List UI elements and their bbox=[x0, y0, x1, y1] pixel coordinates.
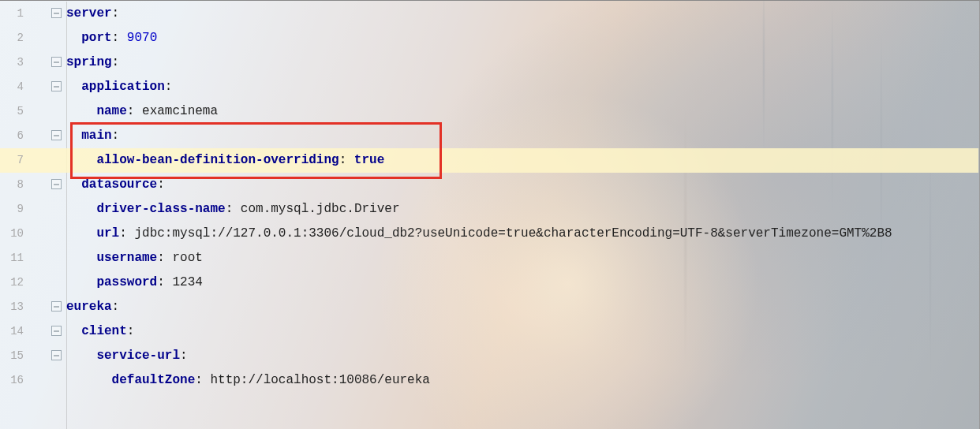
fold-toggle-icon[interactable] bbox=[51, 81, 62, 91]
code-text[interactable]: port: 9070 bbox=[66, 31, 157, 45]
fold-toggle-icon[interactable] bbox=[51, 350, 62, 360]
code-line[interactable]: 13eureka: bbox=[0, 294, 979, 319]
fold-toggle-icon[interactable] bbox=[51, 130, 62, 140]
code-text[interactable]: defaultZone: http://localhost:10086/eure… bbox=[66, 373, 430, 387]
yaml-value: true bbox=[346, 153, 384, 167]
code-line[interactable]: 8 datasource: bbox=[0, 172, 979, 196]
fold-gutter[interactable] bbox=[30, 343, 66, 367]
yaml-key: name bbox=[96, 104, 126, 118]
fold-gutter[interactable] bbox=[30, 50, 66, 74]
code-line[interactable]: 4 application: bbox=[0, 74, 979, 99]
code-text[interactable]: eureka: bbox=[66, 300, 119, 314]
code-line[interactable]: 10 url: jdbc:mysql://127.0.0.1:3306/clou… bbox=[0, 221, 979, 245]
indent bbox=[66, 324, 81, 338]
yaml-colon: : bbox=[180, 349, 188, 363]
code-text[interactable]: url: jdbc:mysql://127.0.0.1:3306/cloud_d… bbox=[66, 226, 892, 241]
fold-gutter[interactable] bbox=[30, 1, 66, 25]
line-number: 13 bbox=[0, 300, 30, 313]
code-line[interactable]: 11 username: root bbox=[0, 245, 979, 270]
line-number: 12 bbox=[0, 276, 30, 289]
indent bbox=[66, 80, 81, 94]
code-line[interactable]: 3spring: bbox=[0, 50, 979, 74]
fold-toggle-icon[interactable] bbox=[51, 179, 62, 189]
yaml-value: root bbox=[165, 251, 203, 265]
yaml-key: server bbox=[66, 6, 112, 21]
yaml-value: com.mysql.jdbc.Driver bbox=[233, 202, 399, 216]
fold-toggle-icon[interactable] bbox=[51, 57, 62, 67]
code-text[interactable]: allow-bean-definition-overriding: true bbox=[66, 153, 384, 167]
code-text[interactable]: name: examcinema bbox=[66, 104, 218, 118]
code-line[interactable]: 15 service-url: bbox=[0, 343, 979, 367]
yaml-key: application bbox=[81, 80, 165, 94]
indent bbox=[66, 202, 96, 216]
fold-gutter bbox=[30, 196, 66, 221]
yaml-colon: : bbox=[157, 275, 165, 289]
code-text[interactable]: service-url: bbox=[66, 349, 188, 363]
fold-gutter bbox=[30, 367, 66, 392]
code-line[interactable]: 7 allow-bean-definition-overriding: true bbox=[0, 147, 979, 172]
line-number: 16 bbox=[0, 374, 30, 386]
code-line[interactable]: 9 driver-class-name: com.mysql.jdbc.Driv… bbox=[0, 196, 979, 221]
code-text[interactable]: username: root bbox=[66, 251, 203, 265]
yaml-colon: : bbox=[119, 226, 127, 241]
line-number: 10 bbox=[0, 227, 30, 240]
line-number: 2 bbox=[0, 32, 30, 44]
code-line[interactable]: 12 password: 1234 bbox=[0, 270, 979, 294]
indent bbox=[66, 177, 81, 192]
line-number: 14 bbox=[0, 325, 30, 338]
line-number: 8 bbox=[0, 178, 30, 191]
fold-gutter[interactable] bbox=[30, 123, 66, 147]
fold-gutter[interactable] bbox=[30, 294, 66, 319]
line-number: 5 bbox=[0, 105, 30, 118]
fold-gutter bbox=[30, 99, 66, 123]
code-text[interactable]: datasource: bbox=[66, 177, 165, 192]
fold-gutter[interactable] bbox=[30, 74, 66, 99]
yaml-colon: : bbox=[195, 373, 203, 387]
yaml-key: password bbox=[96, 275, 157, 289]
code-line[interactable]: 5 name: examcinema bbox=[0, 99, 979, 123]
code-line[interactable]: 6 main: bbox=[0, 123, 979, 147]
line-number: 11 bbox=[0, 252, 30, 264]
code-text[interactable]: server: bbox=[66, 6, 119, 21]
code-text[interactable]: main: bbox=[66, 129, 119, 143]
code-line[interactable]: 2 port: 9070 bbox=[0, 25, 979, 50]
code-text[interactable]: client: bbox=[66, 324, 134, 338]
yaml-colon: : bbox=[112, 55, 120, 69]
code-line[interactable]: 16 defaultZone: http://localhost:10086/e… bbox=[0, 367, 979, 392]
indent bbox=[66, 129, 81, 143]
code-text[interactable]: password: 1234 bbox=[66, 275, 203, 289]
line-number: 1 bbox=[0, 7, 30, 20]
yaml-colon: : bbox=[157, 177, 165, 192]
code-line[interactable]: 14 client: bbox=[0, 319, 979, 343]
yaml-colon: : bbox=[226, 202, 234, 216]
indent bbox=[66, 275, 96, 289]
line-number: 9 bbox=[0, 203, 30, 215]
yaml-key: datasource bbox=[81, 177, 157, 192]
indent bbox=[66, 349, 96, 363]
code-text[interactable]: spring: bbox=[66, 55, 119, 69]
yaml-key: allow-bean-definition-overriding bbox=[96, 153, 339, 167]
fold-gutter[interactable] bbox=[30, 172, 66, 196]
fold-gutter[interactable] bbox=[30, 319, 66, 343]
code-line[interactable]: 1server: bbox=[0, 1, 979, 25]
fold-gutter bbox=[30, 221, 66, 245]
indent bbox=[66, 373, 112, 387]
code-text[interactable]: application: bbox=[66, 80, 172, 94]
yaml-colon: : bbox=[112, 129, 120, 143]
fold-toggle-icon[interactable] bbox=[51, 326, 62, 336]
yaml-colon: : bbox=[165, 80, 173, 94]
fold-gutter bbox=[30, 245, 66, 270]
yaml-colon: : bbox=[157, 251, 165, 265]
yaml-key: url bbox=[96, 226, 119, 241]
code-editor[interactable]: 1server:2 port: 90703spring:4 applicatio… bbox=[0, 0, 980, 429]
line-number: 6 bbox=[0, 129, 30, 142]
line-number: 7 bbox=[0, 154, 30, 166]
yaml-value: http://localhost:10086/eureka bbox=[203, 373, 430, 387]
fold-toggle-icon[interactable] bbox=[51, 8, 62, 18]
code-text[interactable]: driver-class-name: com.mysql.jdbc.Driver bbox=[66, 202, 399, 216]
code-content[interactable]: 1server:2 port: 90703spring:4 applicatio… bbox=[0, 1, 979, 392]
fold-toggle-icon[interactable] bbox=[51, 301, 62, 311]
yaml-value: 1234 bbox=[165, 275, 203, 289]
yaml-colon: : bbox=[127, 104, 135, 118]
line-number: 4 bbox=[0, 80, 30, 93]
